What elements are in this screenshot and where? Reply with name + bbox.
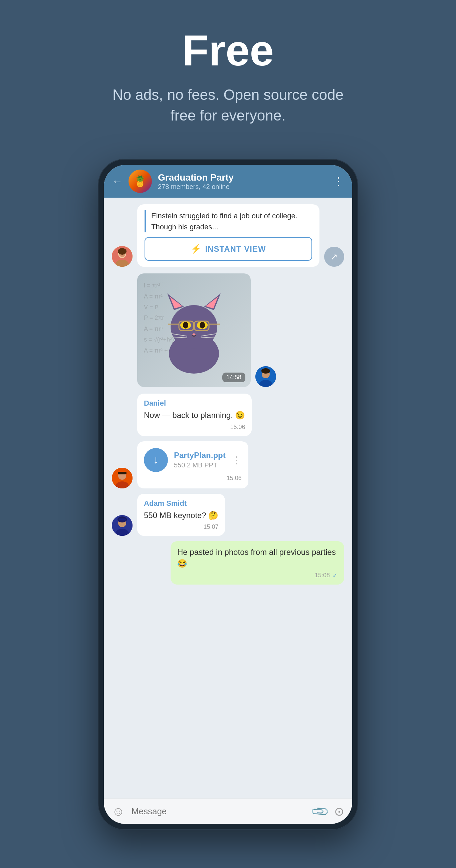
- avatar-guy2: [112, 468, 132, 488]
- file-more-icon[interactable]: ⋮: [232, 454, 242, 466]
- article-bubble: Einstein struggled to find a job out of …: [137, 204, 320, 267]
- svg-point-28: [262, 368, 270, 374]
- file-info: PartyPlan.ppt 550.2 MB PPT: [174, 451, 226, 469]
- file-name: PartyPlan.ppt: [174, 451, 226, 460]
- own-message-bubble: He pasted in photos from all previous pa…: [171, 541, 344, 584]
- file-message-time: 15:06: [227, 475, 242, 482]
- sticker-container: l = πr²A = πr²V = l³P = 2πrA = πr³s = √(…: [137, 273, 251, 387]
- adam-message-meta: 15:07: [144, 524, 218, 530]
- file-content: ↓ PartyPlan.ppt 550.2 MB PPT ⋮: [144, 448, 242, 472]
- own-message-meta: 15:08 ✓: [177, 572, 337, 579]
- input-bar: ☺ 📎 ⊙: [104, 799, 352, 824]
- hero-subtitle: No ads, no fees. Open source code free f…: [111, 85, 345, 126]
- chat-header: ← 🍍 Graduation Party 278 members, 42 onl…: [104, 165, 352, 198]
- back-button[interactable]: ←: [112, 175, 123, 188]
- attach-icon[interactable]: 📎: [310, 801, 331, 822]
- sticker-image: l = πr²A = πr²V = l³P = 2πrA = πr³s = √(…: [137, 273, 251, 387]
- adam-message-row: Adam Smidt 550 MB keynote? 🤔 15:07: [112, 494, 344, 536]
- message-check-icon: ✓: [333, 572, 337, 579]
- hero-section: Free No ads, no fees. Open source code f…: [0, 0, 456, 146]
- sticker-row: l = πr²A = πr²V = l³P = 2πrA = πr³s = √(…: [112, 273, 344, 387]
- daniel-message-text: Now — back to planning. 😉: [144, 410, 245, 421]
- emoji-button[interactable]: ☺: [112, 804, 125, 818]
- svg-point-13: [183, 322, 188, 329]
- daniel-message-bubble: Daniel Now — back to planning. 😉 15:06: [137, 394, 252, 436]
- lightning-icon: ⚡: [191, 244, 202, 254]
- svg-point-14: [200, 322, 205, 329]
- chat-area: Einstein struggled to find a job out of …: [104, 198, 352, 799]
- daniel-message-time: 15:06: [230, 424, 245, 431]
- file-message-meta: 15:06: [144, 475, 242, 482]
- adam-message-time: 15:07: [203, 524, 218, 530]
- article-bubble-container: Einstein struggled to find a job out of …: [137, 204, 320, 267]
- svg-rect-37: [119, 519, 126, 521]
- phone-outer: ← 🍍 Graduation Party 278 members, 42 onl…: [98, 159, 358, 830]
- article-text: Einstein struggled to find a job out of …: [151, 210, 312, 232]
- article-preview: Einstein struggled to find a job out of …: [145, 210, 312, 232]
- group-avatar: 🍍: [128, 169, 152, 193]
- own-message-row: He pasted in photos from all previous pa…: [112, 541, 344, 584]
- file-download-button[interactable]: ↓: [144, 448, 168, 472]
- group-members: 278 members, 42 online: [158, 183, 327, 191]
- hero-title: Free: [182, 27, 274, 74]
- file-bubble: ↓ PartyPlan.ppt 550.2 MB PPT ⋮ 15:06: [137, 441, 248, 488]
- phone-inner: ← 🍍 Graduation Party 278 members, 42 onl…: [104, 165, 352, 824]
- group-info: Graduation Party 278 members, 42 online: [158, 172, 327, 191]
- adam-message-text: 550 MB keynote? 🤔: [144, 510, 218, 521]
- share-button[interactable]: ↗: [324, 247, 344, 267]
- svg-point-4: [118, 248, 126, 255]
- own-message-text: He pasted in photos from all previous pa…: [177, 547, 337, 569]
- file-message-row: ↓ PartyPlan.ppt 550.2 MB PPT ⋮ 15:06: [112, 441, 344, 488]
- article-message-row: Einstein struggled to find a job out of …: [112, 204, 344, 267]
- camera-icon[interactable]: ⊙: [334, 805, 344, 818]
- more-options-icon[interactable]: ⋮: [333, 175, 344, 188]
- message-input[interactable]: [131, 806, 306, 816]
- avatar-guy: [255, 366, 276, 387]
- file-size: 550.2 MB PPT: [174, 461, 226, 469]
- phone-device: ← 🍍 Graduation Party 278 members, 42 onl…: [98, 159, 358, 830]
- daniel-name: Daniel: [144, 399, 245, 408]
- svg-rect-32: [118, 472, 126, 474]
- instant-view-label: INSTANT VIEW: [205, 244, 266, 254]
- adam-message-bubble: Adam Smidt 550 MB keynote? 🤔 15:07: [137, 494, 225, 536]
- daniel-message-row: Daniel Now — back to planning. 😉 15:06: [112, 394, 344, 436]
- group-name: Graduation Party: [158, 172, 327, 183]
- avatar-girl: [112, 246, 132, 267]
- own-message-time: 15:08: [315, 572, 330, 579]
- sticker-time: 14:58: [222, 373, 245, 382]
- instant-view-button[interactable]: ⚡ INSTANT VIEW: [145, 237, 312, 261]
- adam-name: Adam Smidt: [144, 499, 218, 508]
- daniel-message-meta: 15:06: [144, 424, 245, 431]
- avatar-guy3: [112, 515, 132, 536]
